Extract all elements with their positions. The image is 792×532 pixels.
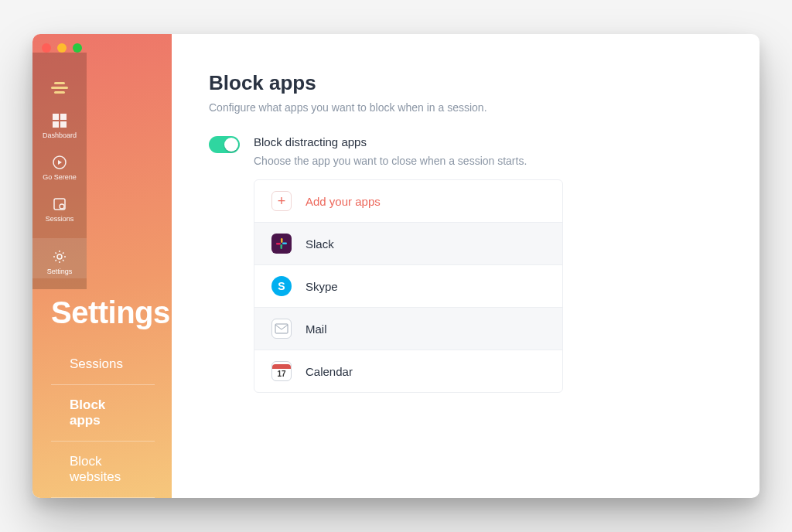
page-subtitle: Configure what apps you want to block wh… bbox=[209, 101, 722, 114]
fullscreen-window-button[interactable] bbox=[73, 43, 82, 53]
app-row-slack[interactable]: Slack bbox=[254, 223, 562, 265]
sidebar-title: Settings bbox=[32, 289, 172, 344]
nav-label: Settings bbox=[47, 268, 73, 275]
app-name: Calendar bbox=[306, 365, 353, 378]
nav-settings[interactable]: Settings bbox=[32, 238, 87, 278]
slack-icon bbox=[271, 234, 292, 254]
gear-icon bbox=[52, 249, 67, 264]
svg-rect-13 bbox=[275, 324, 288, 333]
app-name: Slack bbox=[306, 237, 334, 251]
page-heading: Block apps bbox=[209, 71, 722, 95]
calendar-icon: 17 bbox=[271, 361, 292, 381]
nav-rail: Dashboard Go Serene Sessions Settings bbox=[32, 53, 87, 289]
add-apps-label: Add your apps bbox=[306, 195, 381, 208]
svg-rect-11 bbox=[281, 244, 283, 249]
toggle-label: Block distracting apps bbox=[254, 135, 563, 148]
svg-rect-10 bbox=[276, 243, 281, 245]
svg-rect-3 bbox=[60, 121, 67, 128]
app-name: Skype bbox=[306, 280, 338, 293]
play-circle-icon bbox=[52, 155, 67, 170]
svg-rect-9 bbox=[281, 238, 283, 243]
nav-label: Sessions bbox=[46, 215, 74, 223]
nav-go-serene[interactable]: Go Serene bbox=[43, 155, 77, 181]
minimize-window-button[interactable] bbox=[57, 43, 67, 53]
blocked-apps-list: + Add your apps Slack S Skype bbox=[254, 179, 563, 393]
skype-icon: S bbox=[271, 276, 292, 296]
svg-rect-1 bbox=[60, 114, 67, 120]
window-controls bbox=[42, 43, 82, 53]
app-logo-icon bbox=[51, 82, 68, 96]
svg-point-7 bbox=[60, 204, 64, 209]
app-row-calendar[interactable]: 17 Calendar bbox=[254, 350, 562, 392]
main-content: Block apps Configure what apps you want … bbox=[172, 34, 760, 498]
nav-sessions[interactable]: Sessions bbox=[46, 196, 74, 223]
app-row-skype[interactable]: S Skype bbox=[254, 265, 562, 308]
sessions-icon bbox=[52, 196, 67, 212]
close-window-button[interactable] bbox=[42, 43, 51, 53]
svg-marker-5 bbox=[58, 160, 62, 165]
nav-dashboard[interactable]: Dashboard bbox=[43, 113, 77, 139]
nav-label: Go Serene bbox=[43, 173, 77, 181]
block-apps-toggle[interactable] bbox=[209, 136, 240, 153]
toggle-sublabel: Choose the app you want to close when a … bbox=[254, 155, 563, 167]
settings-sidebar: Dashboard Go Serene Sessions Settings bbox=[32, 34, 172, 498]
mail-icon bbox=[271, 319, 292, 339]
sidebar-item-block-apps[interactable]: Block apps bbox=[51, 385, 155, 442]
svg-rect-0 bbox=[53, 114, 59, 120]
plus-icon: + bbox=[271, 191, 292, 211]
nav-label: Dashboard bbox=[43, 131, 77, 139]
sidebar-item-sessions[interactable]: Sessions bbox=[51, 344, 155, 385]
dashboard-icon bbox=[52, 113, 67, 128]
app-window: Dashboard Go Serene Sessions Settings bbox=[32, 34, 760, 498]
svg-rect-12 bbox=[282, 243, 287, 245]
svg-point-8 bbox=[57, 254, 62, 259]
app-name: Mail bbox=[306, 322, 327, 336]
app-row-mail[interactable]: Mail bbox=[254, 308, 562, 350]
add-apps-button[interactable]: + Add your apps bbox=[254, 180, 562, 223]
sidebar-item-block-websites[interactable]: Block websites bbox=[51, 442, 155, 498]
svg-rect-2 bbox=[53, 121, 59, 128]
